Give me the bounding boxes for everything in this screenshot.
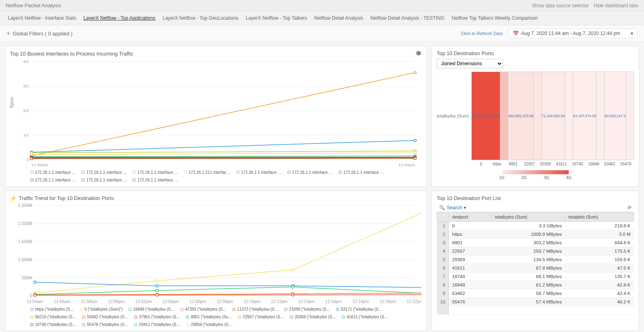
heatmap-cell[interactable]: 262,881,123.00	[508, 72, 534, 160]
dest-port-table: destporttotalbytes (Sum)totalpkts (Sum) …	[437, 212, 634, 315]
legend-item[interactable]: 20369 ("totalbytes (S…	[290, 315, 336, 319]
tab-2[interactable]: LayerX Netflow - Top GeoLocations	[163, 14, 239, 23]
refresh-icon[interactable]: ⟳	[627, 205, 632, 210]
gear-icon[interactable]	[416, 50, 421, 57]
table-row[interactable]: 64161167.8 MBytes47.5 K	[437, 264, 634, 272]
date-range-picker[interactable]: 📅 Aug 7, 2020 11:44 am - Aug 7, 2020 12:…	[508, 29, 638, 38]
legend-item[interactable]: 8801 ("totalbytes (Su…	[186, 315, 232, 319]
svg-text:2,500M: 2,500M	[18, 204, 32, 208]
legend-item[interactable]: 56216 ("totalbytes (S…	[30, 315, 76, 319]
tab-3[interactable]: LayerX Netflow - Top Talkers	[246, 14, 307, 23]
svg-point-60	[156, 279, 158, 282]
col-header[interactable]: destport	[449, 212, 492, 221]
table-row[interactable]: 71874066.1 MBytes135.7 K	[437, 272, 634, 280]
svg-text:2G: 2G	[23, 108, 29, 113]
hide-tabs-link[interactable]: Hide dashboard tabs	[594, 3, 638, 8]
panel-traffic-trend: ⚡ Traffic Trend for Top 10 Destination P…	[5, 191, 427, 332]
table-row[interactable]: 105547657.4 MBytes40.2 K	[437, 297, 634, 306]
legend-item[interactable]: 172.26.1.1 interface …	[287, 170, 333, 175]
heatmap-x-label: 22567	[521, 160, 537, 166]
tab-0[interactable]: LayerX Netflow - Interface Stats	[8, 14, 76, 23]
svg-text:12:08pm: 12:08pm	[217, 299, 233, 304]
legend-item[interactable]: 172.26.1.1 interface …	[236, 170, 282, 175]
heatmap-x-label: 16848	[586, 160, 602, 166]
heatmap-x-label: 8801	[505, 160, 521, 166]
legend-item[interactable]: 172.26.1.1 interface …	[30, 178, 76, 182]
legend-item[interactable]: 172.26.1.1 interface …	[81, 178, 127, 182]
heatmap-cell[interactable]: 64,197,574.00	[573, 72, 597, 160]
heatmap-cell[interactable]	[534, 72, 542, 160]
legend-item[interactable]: 172.26.1.1 interface …	[339, 170, 384, 175]
legend-item[interactable]: 22567 ("totalbytes (S…	[238, 315, 284, 319]
legend-item[interactable]: 18740 ("totalbytes (S…	[30, 322, 76, 327]
show-datasource-link[interactable]: Show data source selector	[532, 3, 589, 8]
table-row[interactable]: 2https1000.9 MBytes3.0 M	[437, 230, 634, 238]
panel-dest-ports: Top 10 Destination Ports Joined Dimensio…	[431, 46, 639, 187]
tab-1[interactable]: LayerX Netflow - Top Applications	[83, 14, 155, 23]
heatmap-x-label: 63462	[602, 160, 618, 166]
legend-item[interactable]: 41611 ("totalbytes (S…	[342, 315, 388, 319]
heatmap-row-label: totalbytes (Sum)	[437, 113, 471, 118]
heatmap-x-label: https	[489, 160, 505, 166]
svg-text:12:12pm: 12:12pm	[271, 299, 287, 304]
global-filters-label[interactable]: Global Filters ( 0 applied )	[12, 31, 72, 37]
dimensions-select[interactable]: Joined Dimensions	[437, 59, 503, 68]
legend-item[interactable]: 53171 ("totalbytes (S…	[336, 307, 382, 311]
tab-4[interactable]: Netflow Detail Analysis	[314, 14, 363, 23]
add-filter-icon[interactable]: +	[6, 30, 10, 37]
legend-item[interactable]: 172.26.1.1 interface …	[30, 170, 76, 175]
svg-text:12:00pm: 12:00pm	[108, 299, 124, 304]
heatmap-cell[interactable]: 60,263,197.0	[605, 72, 626, 160]
heatmap-scale-ticks: 1G2G3G4G	[499, 175, 572, 180]
heatmap-cell[interactable]	[626, 72, 634, 160]
line-chart-interfaces[interactable]: 01G2G3G4G11:00am12:00pm	[10, 60, 421, 168]
col-header[interactable]: totalpkts (Sum)	[565, 212, 634, 221]
legend-item[interactable]: 172.26.1.211 interfac…	[184, 170, 231, 175]
heatmap-x-label: 20369	[537, 160, 553, 166]
svg-point-69	[291, 285, 294, 288]
heatmap-cell[interactable]	[597, 72, 605, 160]
legend-item[interactable]: https ("totalbytes (S…	[30, 307, 74, 311]
svg-point-68	[156, 289, 158, 291]
svg-text:11:56am: 11:56am	[54, 299, 70, 304]
heatmap-cell[interactable]: 71,192,852.00	[542, 72, 566, 160]
legend-item[interactable]: 172.26.1.1 interface …	[132, 178, 178, 182]
svg-point-30	[30, 157, 33, 160]
svg-point-15	[414, 139, 416, 142]
search-icon: 🔍	[439, 205, 445, 210]
svg-point-77	[291, 293, 294, 296]
legend-item[interactable]: 21698 ("totalbytes (S…	[284, 307, 330, 311]
legend-item[interactable]: 29056 ("totalbytes (S…	[186, 322, 232, 327]
refresh-data-link[interactable]: Click to Refresh Data	[461, 31, 503, 36]
heatmap-x-label: 0	[473, 160, 489, 166]
table-row[interactable]: 38801303.2 MBytes684.8 K	[437, 238, 634, 247]
legend-item[interactable]: 172.26.1.1 interface …	[132, 170, 178, 175]
tab-5[interactable]: Netflow Detail Analysis - TESTING	[370, 14, 444, 23]
svg-text:1,500M: 1,500M	[18, 239, 32, 244]
legend-item[interactable]: 37961 ("totalbytes (S…	[134, 315, 180, 319]
search-button[interactable]: 🔍 Search ▾	[439, 205, 466, 210]
svg-point-64	[156, 285, 158, 287]
line-chart-traffic[interactable]: 0500M1,000M1,500M2,000M2,500M11:54am11:5…	[10, 204, 421, 305]
col-header[interactable]: totalbytes (Sum)	[491, 212, 565, 221]
table-row[interactable]: 96346258.7 MBytes42.4 K	[437, 289, 634, 297]
legend-item[interactable]: 0 ("totalbytes (Sum)")	[80, 307, 123, 311]
legend-interfaces: 172.26.1.1 interface …172.26.1.1 interfa…	[10, 168, 421, 182]
table-row[interactable]: 520369134.5 MBytes159.8 K	[437, 255, 634, 264]
table-row[interactable]: 81684861.2 MBytes42.8 K	[437, 280, 634, 289]
legend-item[interactable]: 29411 ("totalbytes (S…	[134, 322, 180, 327]
table-row[interactable]: 422567250.7 MBytes175.5 K	[437, 247, 634, 255]
heatmap-cell[interactable]	[565, 72, 573, 160]
heatmap-cell[interactable]: 3,547,524,128.00	[472, 72, 500, 160]
table-row[interactable]: 103.3 GBytes218.8 K	[437, 221, 634, 230]
legend-item[interactable]: 55476 ("totalbytes (S…	[82, 322, 128, 327]
legend-item[interactable]: 55842 ("totalbytes (S…	[82, 315, 128, 319]
heatmap-cell[interactable]	[500, 72, 508, 160]
legend-item[interactable]: 11372 ("totalbytes (S…	[232, 307, 279, 311]
tab-6[interactable]: Netflow Top Talkers Weekly Comparison	[452, 14, 538, 23]
legend-item[interactable]: 172.26.1.1 interface …	[81, 170, 127, 175]
legend-item[interactable]: 16848 ("totalbytes (S…	[128, 307, 175, 311]
panel-title: Top 10 Busiest Interfaces to Process Inc…	[10, 51, 133, 57]
legend-item[interactable]: 47393 ("totalbytes (S…	[180, 307, 227, 311]
heatmap-cells[interactable]: 3,547,524,128.00262,881,123.0071,192,852…	[471, 72, 634, 160]
